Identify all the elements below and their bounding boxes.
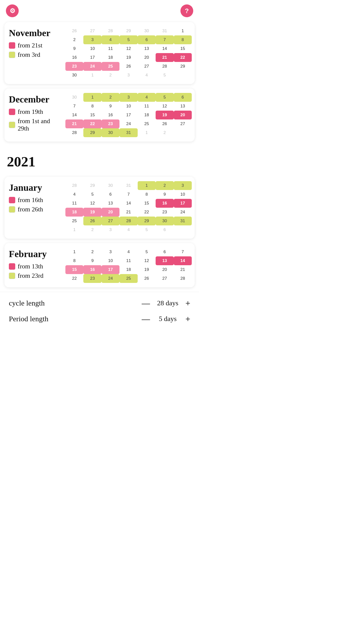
november-pink-legend: from 21st (9, 42, 63, 49)
cycle-length-value: 28 days (155, 299, 180, 307)
cal-cell: 21 (174, 265, 192, 274)
cal-cell: 4 (120, 226, 138, 234)
february-table: 1 2 3 4 5 6 7 8 9 10 11 12 13 14 15 16 1… (66, 248, 192, 283)
cal-cell: 2 (83, 248, 101, 256)
cal-cell: 2 (102, 71, 120, 80)
cal-cell: 5 (120, 36, 138, 44)
help-icon: ? (185, 7, 189, 15)
year-2021-label: 2021 (0, 146, 199, 174)
cal-cell: 21 (120, 208, 138, 216)
cal-cell: 25 (138, 120, 156, 128)
cal-cell: 14 (66, 110, 83, 120)
cal-cell: 1 (174, 26, 192, 36)
cal-cell: 12 (83, 199, 101, 208)
cal-cell: 16 (66, 53, 83, 62)
period-length-increase-button[interactable]: + (185, 315, 190, 323)
cal-cell: 21 (66, 120, 83, 128)
january-yellow-legend: from 26th (9, 206, 63, 213)
cal-cell: 30 (102, 181, 120, 190)
december-yellow-label: from 1st and 29th (18, 118, 63, 132)
cal-cell: 18 (66, 208, 83, 216)
cal-cell: 13 (174, 102, 192, 110)
cal-cell: 29 (138, 216, 156, 226)
cal-cell: 26 (83, 216, 101, 226)
cal-cell: 29 (174, 62, 192, 71)
cal-cell: 14 (174, 256, 192, 265)
november-table: 26 27 28 29 30 31 1 2 3 4 5 6 7 8 9 10 1… (66, 26, 192, 80)
cal-cell: 15 (174, 44, 192, 53)
cal-cell: 3 (120, 93, 138, 102)
cal-cell: 20 (138, 53, 156, 62)
cal-cell: 26 (120, 62, 138, 71)
yellow-dot (9, 272, 15, 279)
cal-cell: 26 (66, 26, 83, 36)
cal-cell: 14 (120, 199, 138, 208)
cal-cell: 30 (66, 93, 83, 102)
cal-cell: 13 (102, 199, 120, 208)
cal-cell: 12 (156, 102, 174, 110)
cal-cell: 28 (66, 181, 83, 190)
cal-cell: 20 (156, 265, 174, 274)
table-row: 23 24 25 26 27 28 29 (66, 62, 192, 71)
cal-cell (174, 71, 192, 80)
cal-cell: 17 (102, 265, 120, 274)
cal-cell: 23 (156, 208, 174, 216)
cal-cell: 12 (120, 44, 138, 53)
settings-button[interactable]: ⚙ (6, 4, 19, 17)
cal-cell: 9 (156, 190, 174, 199)
january-yellow-label: from 26th (18, 206, 43, 213)
cycle-length-label: cycle length (9, 299, 45, 307)
help-button[interactable]: ? (180, 4, 193, 17)
cal-cell: 3 (120, 71, 138, 80)
table-row: 8 9 10 11 12 13 14 (66, 256, 192, 265)
cal-cell: 5 (138, 226, 156, 234)
cal-cell: 2 (156, 181, 174, 190)
cal-cell: 4 (102, 36, 120, 44)
period-length-decrease-button[interactable]: — (142, 315, 150, 323)
cal-cell: 2 (102, 93, 120, 102)
cycle-length-increase-button[interactable]: + (185, 299, 190, 307)
cal-cell: 27 (174, 120, 192, 128)
cal-cell: 8 (138, 190, 156, 199)
cal-cell: 5 (156, 93, 174, 102)
cal-cell: 19 (120, 53, 138, 62)
cycle-length-row: cycle length — 28 days + (9, 299, 190, 307)
cal-cell: 9 (66, 44, 83, 53)
cycle-length-control: — 28 days + (142, 299, 190, 307)
january-calendar: 28 29 30 31 1 2 3 4 5 6 7 8 9 10 11 12 1… (66, 181, 192, 234)
november-calendar: 26 27 28 29 30 31 1 2 3 4 5 6 7 8 9 10 1… (66, 26, 192, 80)
december-table: 30 1 2 3 4 5 6 7 8 9 10 11 12 13 14 15 1… (66, 93, 192, 137)
table-row: 15 16 17 18 19 20 21 (66, 265, 192, 274)
cal-cell: 24 (83, 62, 101, 71)
cal-cell: 10 (83, 44, 101, 53)
cal-cell: 2 (156, 128, 174, 137)
period-length-value: 5 days (155, 315, 180, 323)
january-pink-legend: from 16th (9, 196, 63, 204)
november-card: November from 21st from 3rd 26 27 28 29 … (4, 22, 195, 84)
yellow-dot (9, 52, 15, 58)
cal-cell: 4 (138, 71, 156, 80)
cal-cell: 14 (156, 44, 174, 53)
cal-cell: 6 (156, 248, 174, 256)
february-yellow-label: from 23rd (18, 272, 44, 280)
table-row: 22 23 24 25 26 27 28 (66, 274, 192, 283)
pink-dot (9, 42, 15, 49)
cal-cell: 31 (156, 26, 174, 36)
cal-cell: 3 (102, 248, 120, 256)
cal-cell: 2 (66, 36, 83, 44)
table-row: 14 15 16 17 18 19 20 (66, 110, 192, 120)
cal-cell (174, 128, 192, 137)
december-calendar: 30 1 2 3 4 5 6 7 8 9 10 11 12 13 14 15 1… (66, 93, 192, 137)
cal-cell: 10 (102, 256, 120, 265)
table-row: 2 3 4 5 6 7 8 (66, 36, 192, 44)
january-pink-label: from 16th (18, 196, 43, 204)
cal-cell: 11 (120, 256, 138, 265)
december-title: December (9, 94, 63, 105)
cycle-length-decrease-button[interactable]: — (142, 299, 150, 307)
cal-cell: 24 (120, 120, 138, 128)
cal-cell: 7 (120, 190, 138, 199)
table-row: 26 27 28 29 30 31 1 (66, 26, 192, 36)
cal-cell: 23 (66, 62, 83, 71)
november-yellow-legend: from 3rd (9, 51, 63, 58)
december-pink-legend: from 19th (9, 108, 63, 116)
